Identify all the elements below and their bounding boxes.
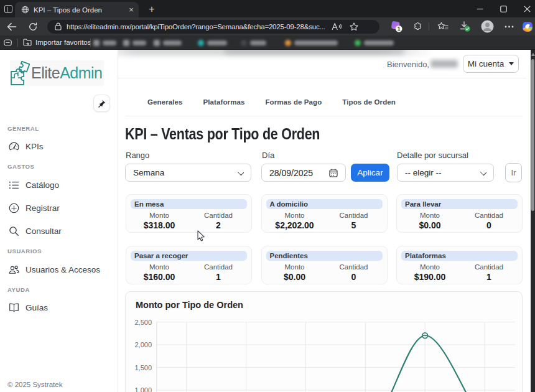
extension-badge: 1 — [397, 26, 400, 32]
favorites-bar-icon[interactable] — [435, 17, 450, 35]
header-divider — [118, 78, 526, 78]
maximize-button[interactable] — [491, 0, 515, 17]
monto-label: Monto — [134, 263, 184, 271]
bookmark-item[interactable] — [241, 39, 266, 47]
speedometer-icon — [9, 141, 19, 152]
bookmarks-separator — [17, 39, 18, 47]
sidebar-item-registrar[interactable]: Registrar — [9, 203, 60, 213]
read-aloud-icon[interactable] — [332, 22, 342, 30]
scroll-up-arrow[interactable] — [531, 53, 535, 56]
bookmark-item[interactable] — [93, 39, 116, 47]
dia-date-input[interactable]: 28/09/2025 — [261, 164, 346, 182]
tab-tipos-de-orden[interactable]: Tipos de Orden — [342, 98, 396, 106]
cantidad-value: 0 — [323, 272, 385, 282]
toolbar-separator — [429, 22, 429, 30]
sidebar-toggle-icon[interactable] — [4, 39, 12, 47]
tab-title: KPI – Tipos de Orden — [34, 6, 125, 14]
plus-circle-icon — [9, 203, 19, 213]
new-tab-button[interactable]: + — [146, 3, 158, 16]
bookmark-label-blurred — [250, 40, 266, 45]
monto-label: Monto — [405, 212, 455, 219]
minimize-button[interactable] — [468, 0, 491, 17]
scrollbar-thumb[interactable] — [531, 59, 534, 211]
people-icon — [9, 264, 19, 275]
url-text: https://eliteadmin.mx/portal/kpiTipoOrde… — [67, 23, 330, 30]
bookmark-favicon — [198, 40, 204, 46]
tab-plataformas[interactable]: Plataformas — [203, 98, 245, 106]
book-icon — [9, 302, 19, 313]
bookmark-item[interactable] — [355, 39, 394, 47]
address-bar[interactable]: https://eliteadmin.mx/portal/kpiTipoOrde… — [47, 20, 379, 34]
pin-sidebar-button[interactable] — [93, 95, 110, 112]
sidebar: EliteAdmin GENERAL KPIs GASTOS — [0, 50, 118, 392]
import-favorites-label: Importar favoritos — [35, 39, 91, 46]
tabs-divider — [125, 116, 523, 116]
aplicar-button[interactable]: Aplicar — [351, 164, 389, 182]
bookmark-favicon — [355, 40, 361, 46]
close-window-button[interactable] — [515, 0, 535, 17]
page-content: EliteAdmin GENERAL KPIs GASTOS — [0, 50, 531, 392]
bookmark-label-blurred — [163, 40, 182, 45]
tab-close-icon[interactable]: × — [125, 4, 137, 16]
window-controls — [468, 0, 535, 17]
browser-tab[interactable]: KPI – Tipos de Orden × — [15, 2, 139, 17]
cantidad-label: Cantidad — [329, 263, 379, 271]
sidebar-item-catalogo[interactable]: Catálogo — [9, 180, 59, 190]
tab-actions-icon[interactable] — [4, 5, 12, 13]
pushpin-icon — [98, 100, 106, 108]
rango-select[interactable]: Semana — [125, 164, 251, 182]
bookmark-item[interactable] — [285, 39, 338, 47]
privacy-blur-smear — [224, 50, 404, 54]
sidebar-item-label: Catálogo — [26, 180, 59, 190]
bookmark-favicon — [93, 40, 100, 46]
kpi-card-title: Pasar a recoger — [131, 251, 247, 261]
dia-label: Día — [262, 151, 274, 160]
profile-avatar[interactable] — [480, 17, 495, 35]
sidebar-item-guias[interactable]: Guías — [9, 302, 48, 313]
monto-label: Monto — [270, 212, 320, 219]
bookmark-item[interactable] — [154, 39, 182, 47]
kpi-card: PendientesMontoCantidad$0.000 — [261, 246, 388, 284]
kpi-card-title: Plataformas — [401, 251, 518, 261]
tab-formas-de-pago[interactable]: Formas de Pago — [265, 98, 322, 106]
browser-window: KPI – Tipos de Orden × + — [0, 0, 535, 392]
extensions-menu-icon[interactable] — [411, 17, 424, 35]
sidebar-section-gastos: GASTOS — [7, 163, 35, 170]
rango-label: Rango — [126, 151, 149, 160]
chevron-down-icon — [480, 169, 486, 175]
bookmark-item[interactable] — [123, 39, 146, 47]
bookmark-label-blurred — [103, 40, 116, 45]
monto-value: $0.00 — [264, 272, 326, 282]
monto-value: $160.00 — [128, 272, 190, 282]
sidebar-item-kpis[interactable]: KPIs — [9, 141, 44, 152]
settings-ellipsis-icon[interactable] — [501, 17, 516, 35]
bookmark-item[interactable] — [198, 39, 227, 47]
app-logo[interactable]: EliteAdmin — [10, 60, 104, 86]
monto-value: $190.00 — [399, 272, 461, 282]
caret-down-icon — [509, 62, 514, 65]
bookmark-favicon — [123, 40, 129, 46]
sidebar-item-consultar[interactable]: Consultar — [9, 226, 62, 236]
sidebar-section-general: GENERAL — [7, 125, 39, 132]
kpi-card: Pasar a recogerMontoCantidad$160.001 — [126, 246, 252, 284]
bookmark-favicon — [285, 40, 291, 46]
tab-generales[interactable]: Generales — [147, 98, 183, 106]
downloads-icon[interactable] — [458, 17, 473, 35]
ir-button[interactable]: Ir — [505, 163, 522, 182]
import-favorites-button[interactable]: Importar favoritos — [23, 35, 91, 49]
kpi-card: A domicilioMontoCantidad$2,202.005 — [261, 194, 388, 233]
section-tabs: Generales Plataformas Formas de Pago Tip… — [147, 98, 396, 106]
bookmarks-bar: Importar favoritos — [0, 35, 535, 50]
page-scrollbar[interactable] — [531, 50, 535, 392]
calendar-icon[interactable] — [329, 169, 338, 177]
sucursal-select[interactable]: -- elegir -- — [397, 164, 494, 182]
account-button[interactable]: Mi cuenta — [463, 55, 519, 73]
back-button[interactable] — [5, 17, 19, 35]
copilot-icon[interactable] — [521, 17, 534, 35]
sidebar-section-ayuda: AYUDA — [7, 286, 30, 293]
favorite-star-icon[interactable] — [350, 22, 358, 31]
sidebar-item-label: Usuarios & Accesos — [26, 265, 100, 274]
extension-icon[interactable]: 1 — [389, 17, 403, 35]
refresh-button[interactable] — [26, 17, 40, 35]
sidebar-item-usuarios-accesos[interactable]: Usuarios & Accesos — [9, 264, 100, 275]
